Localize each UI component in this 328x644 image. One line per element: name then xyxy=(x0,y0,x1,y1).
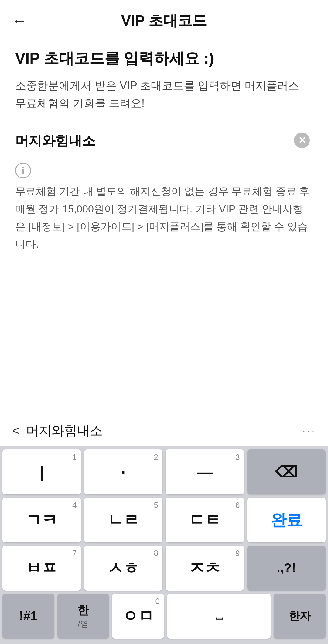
keyboard-row-1: 1 | 2 · 3 — ⌫ xyxy=(2,449,326,494)
key-dt[interactable]: 6 ㄷㅌ xyxy=(166,498,244,542)
key-space[interactable]: ⎵ xyxy=(167,594,271,639)
keyboard-area: < 머지와힘내소 ··· 1 | 2 · 3 — ⌫ 4 xyxy=(0,415,328,644)
key-done[interactable]: 완료 xyxy=(247,498,326,542)
key-gk[interactable]: 4 ㄱㅋ xyxy=(2,498,81,542)
keyboard-row-3: 7 ㅂㅍ 8 ㅅㅎ 9 ㅈㅊ .,?! xyxy=(2,546,326,591)
key-hanja[interactable]: 한자 xyxy=(274,594,326,639)
key-lang-switch[interactable]: 한 /영 xyxy=(57,594,109,639)
key-pipe[interactable]: 1 | xyxy=(2,449,81,494)
info-text: 무료체험 기간 내 별도의 해지신청이 없는 경우 무료체험 종료 후 매월 정… xyxy=(15,183,313,253)
keyboard: 1 | 2 · 3 — ⌫ 4 ㄱㅋ 5 ㄴㄹ xyxy=(0,446,328,644)
key-om[interactable]: 0 ㅇㅁ xyxy=(112,594,164,639)
key-punctuation[interactable]: .,?! xyxy=(247,546,326,591)
keyboard-toolbar: < 머지와힘내소 ··· xyxy=(0,415,328,446)
header: ← VIP 초대코드 xyxy=(0,0,328,36)
toolbar-current-text: 머지와힘내소 xyxy=(26,422,296,439)
key-symbols[interactable]: !#1 xyxy=(2,594,54,639)
key-dot[interactable]: 2 · xyxy=(84,449,163,494)
vip-code-input[interactable] xyxy=(15,130,313,153)
key-nr[interactable]: 5 ㄴㄹ xyxy=(84,498,163,542)
key-jch[interactable]: 9 ㅈㅊ xyxy=(166,546,244,591)
key-sh[interactable]: 8 ㅅㅎ xyxy=(84,546,163,591)
page-description: 소중한분에게서 받은 VIP 초대코드를 입력하면 머지플러스 무료체험의 기회… xyxy=(15,77,313,112)
page-heading: VIP 초대코드를 입력하세요 :) xyxy=(15,49,313,68)
toolbar-back-button[interactable]: < xyxy=(12,423,20,438)
info-icon: i xyxy=(15,163,31,178)
keyboard-row-4: !#1 한 /영 0 ㅇㅁ ⎵ 한자 xyxy=(2,594,326,639)
content-area: VIP 초대코드를 입력하세요 :) 소중한분에게서 받은 VIP 초대코드를 … xyxy=(0,36,328,415)
key-dash[interactable]: 3 — xyxy=(166,449,244,494)
input-wrapper: ✕ xyxy=(15,130,313,153)
toolbar-more-button[interactable]: ··· xyxy=(302,424,316,438)
keyboard-row-2: 4 ㄱㅋ 5 ㄴㄹ 6 ㄷㅌ 완료 xyxy=(2,498,326,542)
key-delete[interactable]: ⌫ xyxy=(247,449,326,494)
page-title: VIP 초대코드 xyxy=(121,11,207,30)
clear-button[interactable]: ✕ xyxy=(294,132,310,148)
back-button[interactable]: ← xyxy=(12,12,27,29)
info-section: i 무료체험 기간 내 별도의 해지신청이 없는 경우 무료체험 종료 후 매월… xyxy=(15,163,313,253)
key-bp[interactable]: 7 ㅂㅍ xyxy=(2,546,81,591)
